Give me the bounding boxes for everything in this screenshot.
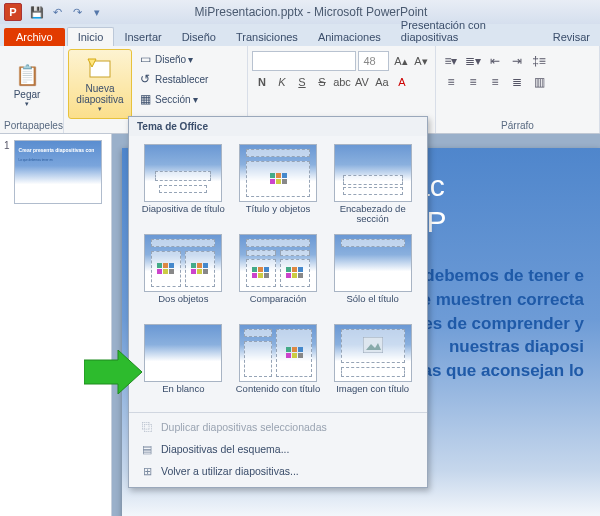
undo-icon[interactable]: ↶: [48, 3, 66, 21]
ribbon-tabs: Archivo Inicio Insertar Diseño Transicio…: [0, 24, 600, 46]
app-icon: P: [4, 3, 22, 21]
align-left-button[interactable]: ≡: [440, 72, 462, 92]
layout-comparison[interactable]: Comparación: [234, 232, 323, 318]
duplicate-icon: ⿻: [139, 419, 155, 435]
reset-icon: ↺: [137, 71, 153, 87]
indent-inc-button[interactable]: ⇥: [506, 51, 528, 71]
annotation-arrow: [84, 350, 142, 396]
justify-button[interactable]: ≣: [506, 72, 528, 92]
layout-title-slide[interactable]: Diapositiva de título: [139, 142, 228, 228]
font-size-combo[interactable]: 48: [358, 51, 389, 71]
tab-diseno[interactable]: Diseño: [172, 28, 226, 46]
bullets-button[interactable]: ≡▾: [440, 51, 462, 71]
case-button[interactable]: Aa: [372, 72, 392, 92]
reset-button[interactable]: ↺Restablecer: [134, 69, 211, 89]
numbering-button[interactable]: ≣▾: [462, 51, 484, 71]
outline-icon: ▤: [139, 441, 155, 457]
paste-button[interactable]: 📋 Pegar ▾: [4, 49, 50, 119]
bold-button[interactable]: N: [252, 72, 272, 92]
new-slide-icon: [86, 55, 114, 83]
layout-icon: ▭: [137, 51, 153, 67]
redo-icon[interactable]: ↷: [68, 3, 86, 21]
indent-dec-button[interactable]: ⇤: [484, 51, 506, 71]
layout-title-content[interactable]: Título y objetos: [234, 142, 323, 228]
font-color-button[interactable]: A: [392, 72, 412, 92]
tab-presentacion[interactable]: Presentación con diapositivas: [391, 16, 543, 46]
spacing-button[interactable]: AV: [352, 72, 372, 92]
clipboard-icon: 📋: [13, 61, 41, 89]
layout-gallery: Tema de Office Diapositiva de título Tít…: [128, 116, 428, 488]
tab-animaciones[interactable]: Animaciones: [308, 28, 391, 46]
section-button[interactable]: ▦Sección ▾: [134, 89, 211, 109]
layout-two-content[interactable]: Dos objetos: [139, 232, 228, 318]
group-paragraph-label: Párrafo: [440, 119, 595, 132]
svg-marker-4: [84, 350, 142, 394]
layout-title-only[interactable]: Sólo el título: [328, 232, 417, 318]
quick-access-toolbar: 💾 ↶ ↷ ▾: [28, 3, 106, 21]
slide-thumbnails-panel: 1 Crear presenta diapositivas con Lo que…: [0, 134, 112, 516]
reuse-icon: ⊞: [139, 463, 155, 479]
layout-button[interactable]: ▭Diseño ▾: [134, 49, 211, 69]
layout-picture-caption[interactable]: Imagen con título: [328, 322, 417, 408]
qat-menu-icon[interactable]: ▾: [88, 3, 106, 21]
svg-rect-2: [363, 337, 383, 353]
strike-button[interactable]: S: [312, 72, 332, 92]
new-slide-button[interactable]: Nueva diapositiva ▾: [68, 49, 132, 119]
font-family-combo[interactable]: [252, 51, 356, 71]
align-right-button[interactable]: ≡: [484, 72, 506, 92]
grow-font-icon[interactable]: A▴: [391, 51, 411, 71]
shrink-font-icon[interactable]: A▾: [411, 51, 431, 71]
align-center-button[interactable]: ≡: [462, 72, 484, 92]
section-icon: ▦: [137, 91, 153, 107]
tab-transiciones[interactable]: Transiciones: [226, 28, 308, 46]
thumb-number: 1: [4, 140, 10, 204]
line-spacing-button[interactable]: ‡≡: [528, 51, 550, 71]
duplicate-slides-item: ⿻Duplicar diapositivas seleccionadas: [129, 416, 427, 438]
columns-button[interactable]: ▥: [528, 72, 550, 92]
tab-insertar[interactable]: Insertar: [114, 28, 171, 46]
layout-content-caption[interactable]: Contenido con título: [234, 322, 323, 408]
layout-blank[interactable]: En blanco: [139, 322, 228, 408]
slide-thumbnail[interactable]: Crear presenta diapositivas con Lo que d…: [14, 140, 102, 204]
tab-revisar[interactable]: Revisar: [543, 28, 600, 46]
save-icon[interactable]: 💾: [28, 3, 46, 21]
gallery-header: Tema de Office: [129, 117, 427, 136]
outline-slides-item[interactable]: ▤Diapositivas del esquema...: [129, 438, 427, 460]
italic-button[interactable]: K: [272, 72, 292, 92]
underline-button[interactable]: S: [292, 72, 312, 92]
layout-section-header[interactable]: Encabezado de sección: [328, 142, 417, 228]
group-clipboard-label: Portapapeles: [4, 119, 59, 132]
tab-inicio[interactable]: Inicio: [67, 27, 115, 46]
shadow-button[interactable]: abc: [332, 72, 352, 92]
file-tab[interactable]: Archivo: [4, 28, 65, 46]
reuse-slides-item[interactable]: ⊞Volver a utilizar diapositivas...: [129, 460, 427, 482]
